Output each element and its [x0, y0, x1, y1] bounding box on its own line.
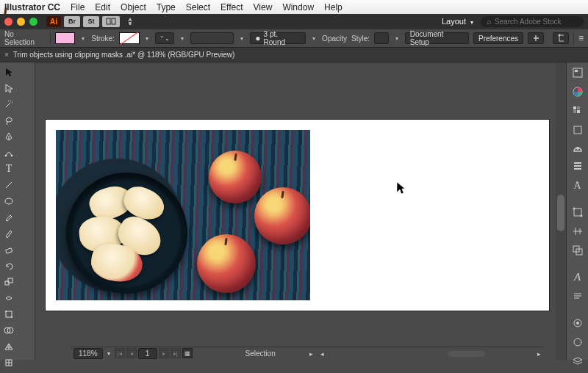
svg-point-45 — [574, 338, 581, 346]
shape-builder-tool[interactable] — [0, 322, 18, 338]
menu-file[interactable]: File — [71, 2, 85, 12]
arrange-button[interactable] — [102, 16, 120, 27]
svg-rect-32 — [573, 106, 576, 109]
swatches-panel-icon[interactable] — [571, 105, 584, 117]
svg-rect-33 — [577, 106, 580, 109]
workspace-switcher[interactable]: Layout ▾ — [442, 17, 473, 26]
stroke-swatch[interactable] — [119, 32, 140, 44]
transform-panel-icon[interactable] — [571, 206, 584, 218]
character-panel-icon[interactable]: A — [571, 180, 584, 192]
chevron-down-icon[interactable]: ▾ — [107, 350, 110, 357]
pencil-tool[interactable] — [0, 225, 18, 242]
layers-panel-icon[interactable] — [571, 355, 584, 367]
var-width-dd[interactable]: ▾ — [238, 32, 245, 44]
paragraph-panel-icon[interactable] — [571, 291, 584, 303]
document-tab[interactable]: × Trim objects using clipping masks .ai*… — [0, 48, 588, 62]
properties-panel-icon[interactable] — [571, 67, 584, 79]
panel-menu-icon[interactable]: ≡ — [578, 33, 584, 43]
svg-rect-31 — [575, 70, 578, 72]
curvature-tool[interactable] — [0, 145, 18, 161]
hscroll-right-icon[interactable]: ▸ — [537, 350, 541, 358]
brush-preset-dd[interactable]: ▾ — [310, 32, 318, 44]
line-tool[interactable] — [0, 177, 18, 193]
brushes-panel-icon[interactable] — [571, 124, 584, 136]
stock-button[interactable]: St — [83, 16, 99, 27]
scroll-thumb[interactable] — [557, 195, 564, 231]
cc-libraries-panel-icon[interactable] — [571, 143, 584, 153]
preferences-label: Preferences — [478, 35, 518, 43]
brush-preset[interactable]: ● 3 pt. Round — [250, 32, 306, 44]
window-zoom-icon[interactable] — [29, 18, 37, 26]
fill-swatch[interactable] — [55, 32, 76, 44]
menu-type[interactable]: Type — [157, 2, 176, 12]
svg-point-12 — [5, 311, 7, 312]
fill-dropdown[interactable]: ▾ — [79, 32, 87, 44]
lasso-tool[interactable] — [0, 112, 18, 128]
canvas[interactable]: 118% ▾ |◂ ◂ 1 ▸ ▸| ▦ Selection ▸ ◂ ▸ — [35, 62, 566, 360]
color-panel-icon[interactable] — [571, 86, 584, 98]
bridge-button[interactable]: Br — [64, 16, 80, 27]
close-tab-icon[interactable]: × — [4, 51, 9, 59]
selection-tool[interactable] — [0, 64, 18, 80]
pen-tool[interactable] — [0, 128, 18, 145]
menu-effect[interactable]: Effect — [220, 2, 243, 12]
type-tool[interactable]: T — [0, 161, 18, 177]
window-minimize-icon[interactable] — [17, 18, 25, 26]
transform-panel-button[interactable] — [553, 32, 569, 44]
direct-selection-tool[interactable] — [0, 80, 18, 96]
type-character-icon[interactable]: A — [571, 271, 584, 283]
free-transform-tool[interactable] — [0, 306, 18, 322]
svg-rect-2 — [559, 35, 564, 41]
pathfinder-panel-icon[interactable] — [571, 245, 584, 256]
window-close-icon[interactable] — [4, 18, 12, 26]
document-setup-button[interactable]: Document Setup — [405, 32, 469, 44]
mesh-tool[interactable] — [0, 355, 18, 371]
gpu-indicator-icon[interactable] — [123, 16, 137, 27]
prev-artboard-button[interactable]: ◂ — [126, 348, 137, 358]
menu-view[interactable]: View — [254, 2, 273, 12]
preferences-button[interactable]: Preferences — [473, 32, 523, 44]
stroke-weight-dd[interactable]: ▾ — [179, 32, 186, 44]
stroke-weight-input[interactable]: ⌃⌄ — [155, 32, 174, 44]
paintbrush-tool[interactable] — [0, 209, 18, 225]
ellipse-tool[interactable] — [0, 193, 18, 209]
artboard[interactable] — [46, 120, 549, 311]
align-panel-icon[interactable] — [571, 225, 584, 237]
menu-window[interactable]: Window — [282, 2, 314, 12]
artboard-number-value: 1 — [146, 350, 150, 358]
chevron-right-icon[interactable]: ▸ — [309, 350, 313, 358]
magic-wand-tool[interactable] — [0, 96, 18, 112]
stroke-panel-icon[interactable] — [571, 161, 584, 173]
style-dd[interactable]: ▾ — [393, 32, 401, 44]
search-input[interactable]: Search Adobe Stock — [481, 16, 584, 27]
menu-edit[interactable]: Edit — [95, 2, 110, 12]
document-tab-label: Trim objects using clipping masks .ai* @… — [13, 51, 235, 59]
menu-help[interactable]: Help — [324, 2, 343, 12]
stroke-dropdown[interactable]: ▾ — [144, 32, 151, 44]
width-tool[interactable] — [0, 290, 18, 306]
align-button[interactable] — [528, 32, 544, 44]
style-label: Style: — [351, 35, 370, 43]
placed-image[interactable] — [56, 130, 310, 300]
hscroll-thumb[interactable] — [448, 351, 484, 357]
first-artboard-button[interactable]: |◂ — [115, 348, 125, 358]
chevron-down-icon: ▾ — [470, 19, 473, 26]
graphic-styles-panel-icon[interactable] — [571, 336, 584, 348]
menu-app[interactable]: Illustrator CC — [4, 2, 60, 12]
svg-rect-34 — [573, 110, 576, 113]
rotate-tool[interactable] — [0, 258, 18, 274]
artboard-nav-button[interactable]: ▦ — [182, 348, 193, 358]
perspective-tool[interactable] — [0, 338, 18, 355]
hscroll-left-icon[interactable]: ◂ — [320, 350, 324, 358]
eraser-tool[interactable] — [0, 242, 18, 258]
menu-object[interactable]: Object — [121, 2, 146, 12]
next-artboard-button[interactable]: ▸ — [159, 348, 169, 358]
scale-tool[interactable] — [0, 274, 18, 290]
svg-point-13 — [11, 316, 12, 318]
artboard-number[interactable]: 1 — [138, 348, 157, 359]
menu-select[interactable]: Select — [186, 2, 210, 12]
appearance-panel-icon[interactable] — [571, 317, 584, 329]
vertical-scrollbar[interactable] — [556, 62, 566, 360]
last-artboard-button[interactable]: ▸| — [171, 348, 181, 358]
zoom-input[interactable]: 118% — [74, 348, 103, 359]
